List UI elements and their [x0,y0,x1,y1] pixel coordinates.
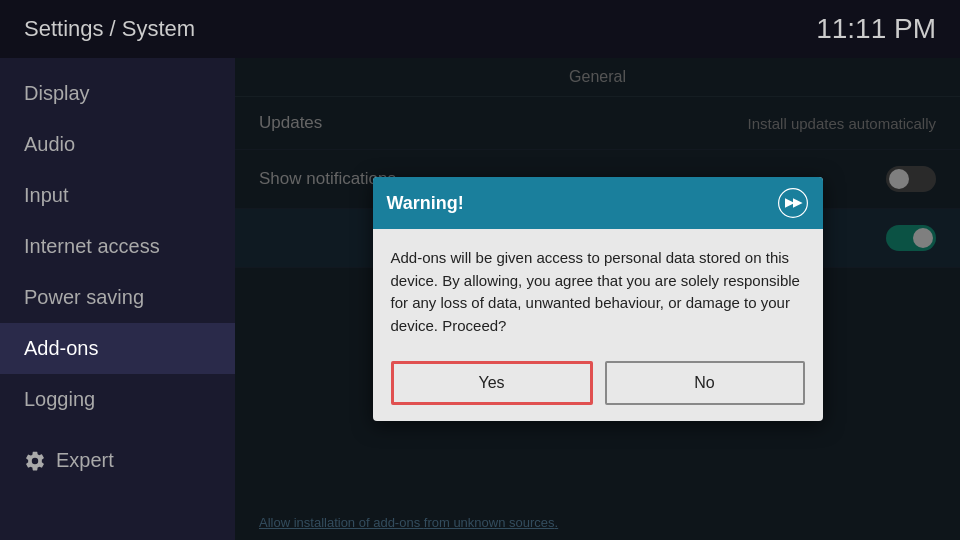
dialog-buttons: Yes No [373,351,823,421]
dialog-header: Warning! [373,177,823,229]
sidebar-item-logging[interactable]: Logging [0,374,235,425]
kodi-icon [777,187,809,219]
main-content: General Updates Install updates automati… [235,58,960,540]
main-layout: Display Audio Input Internet access Powe… [0,58,960,540]
sidebar-item-power-saving[interactable]: Power saving [0,272,235,323]
sidebar-item-expert[interactable]: Expert [0,435,235,486]
warning-dialog: Warning! Add-ons will be given access to… [373,177,823,421]
dialog-title: Warning! [387,193,464,214]
sidebar-item-audio[interactable]: Audio [0,119,235,170]
sidebar-item-input[interactable]: Input [0,170,235,221]
expert-label: Expert [56,449,114,472]
sidebar-item-add-ons[interactable]: Add-ons [0,323,235,374]
dialog-body: Add-ons will be given access to personal… [373,229,823,351]
sidebar: Display Audio Input Internet access Powe… [0,58,235,540]
sidebar-item-internet-access[interactable]: Internet access [0,221,235,272]
dialog-overlay: Warning! Add-ons will be given access to… [235,58,960,540]
yes-button[interactable]: Yes [391,361,593,405]
gear-icon [24,450,46,472]
no-button[interactable]: No [605,361,805,405]
page-title: Settings / System [24,16,195,42]
clock: 11:11 PM [816,13,936,45]
app-header: Settings / System 11:11 PM [0,0,960,58]
sidebar-item-display[interactable]: Display [0,68,235,119]
